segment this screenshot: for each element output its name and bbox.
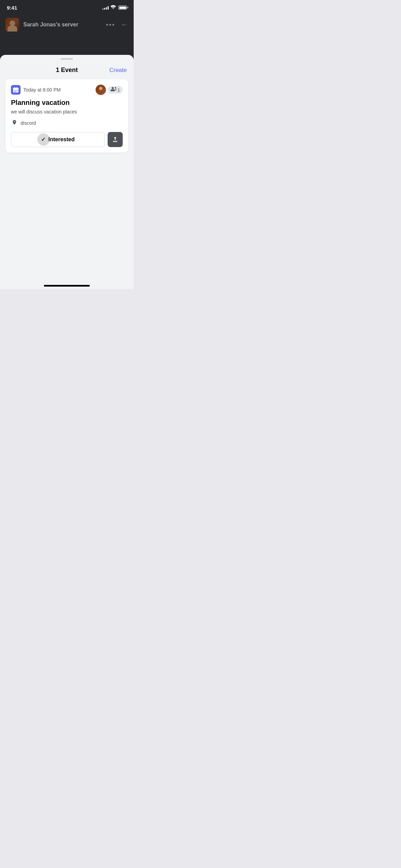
event-location: discord xyxy=(11,120,123,126)
battery-fill xyxy=(119,7,126,9)
attendee-count-badge: 1 xyxy=(108,86,123,94)
bottom-sheet: 1 Event Create xyxy=(0,55,134,289)
status-time: 9:41 xyxy=(7,5,17,11)
svg-rect-9 xyxy=(15,92,16,92)
svg-rect-4 xyxy=(16,87,17,88)
event-title: Planning vacation xyxy=(11,98,123,107)
signal-bar-2 xyxy=(104,8,105,10)
battery-icon xyxy=(118,5,127,10)
event-actions: ✓ Interested xyxy=(11,132,123,147)
event-location-text: discord xyxy=(21,120,36,126)
interested-button[interactable]: ✓ Interested xyxy=(11,132,105,147)
signal-bar-4 xyxy=(108,6,109,10)
wifi-icon xyxy=(111,5,116,10)
attendee-count-number: 1 xyxy=(118,87,120,93)
event-time: Today at 8:00 PM xyxy=(23,87,61,93)
signal-bar-3 xyxy=(106,7,107,10)
event-description: we will discuss vacation places xyxy=(11,109,123,116)
share-icon xyxy=(112,136,119,143)
svg-rect-8 xyxy=(14,92,15,92)
event-card: Today at 8:00 PM 1 xyxy=(5,79,128,153)
location-icon xyxy=(11,120,18,126)
svg-rect-5 xyxy=(14,90,15,91)
interested-label: Interested xyxy=(48,136,74,143)
people-icon xyxy=(111,87,116,93)
signal-bars-icon xyxy=(102,5,109,10)
signal-bar-1 xyxy=(102,9,104,10)
home-indicator xyxy=(44,285,90,287)
create-event-button[interactable]: Create xyxy=(109,67,127,74)
event-meta: Today at 8:00 PM 1 xyxy=(11,85,123,95)
svg-rect-6 xyxy=(15,90,16,91)
svg-rect-7 xyxy=(17,90,17,91)
event-attendees: 1 xyxy=(96,85,123,95)
event-date-row: Today at 8:00 PM xyxy=(11,85,61,95)
svg-rect-2 xyxy=(13,89,19,89)
sheet-header: 1 Event Create xyxy=(0,60,134,79)
share-button[interactable] xyxy=(108,132,123,147)
status-icons xyxy=(102,5,127,10)
status-bar: 9:41 xyxy=(0,0,134,15)
ripple-effect xyxy=(37,133,50,146)
attendee-avatar xyxy=(96,85,106,95)
calendar-icon xyxy=(11,85,21,95)
attendee-avatar-inner xyxy=(96,85,106,95)
sheet-content: Today at 8:00 PM 1 xyxy=(0,79,134,289)
sheet-title: 1 Event xyxy=(56,67,78,74)
svg-rect-3 xyxy=(14,87,15,88)
